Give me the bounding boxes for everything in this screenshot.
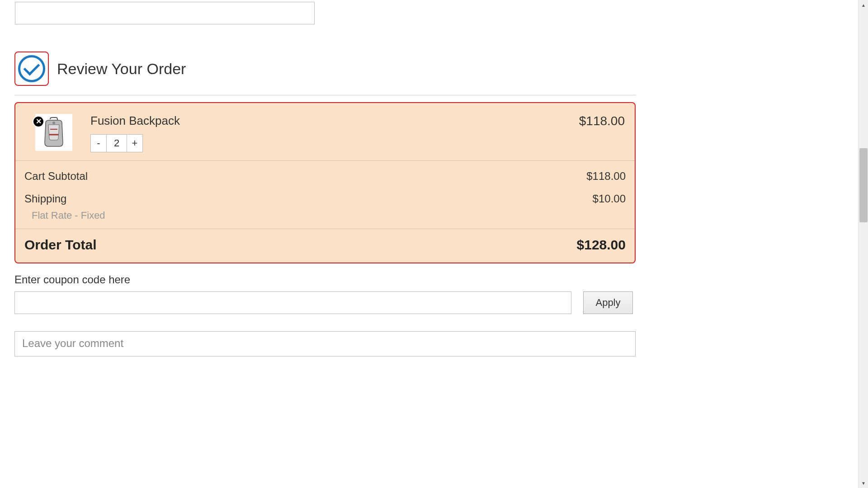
step-complete-icon-highlight bbox=[14, 52, 49, 86]
scroll-thumb[interactable] bbox=[859, 148, 868, 222]
subtotal-value: $118.00 bbox=[586, 170, 626, 183]
item-price: $118.00 bbox=[579, 114, 628, 128]
cart-line-item: ✕ Fusion Backpack - 2 + bbox=[15, 103, 635, 161]
product-name: Fusion Backpack bbox=[90, 114, 180, 128]
coupon-row: Apply bbox=[14, 291, 636, 314]
svg-point-0 bbox=[52, 122, 55, 124]
shipping-label: Shipping bbox=[24, 192, 66, 205]
subtotal-label: Cart Subtotal bbox=[24, 170, 88, 183]
checkmark-icon bbox=[24, 59, 40, 76]
previous-section-input[interactable] bbox=[15, 2, 315, 24]
shipping-value: $10.00 bbox=[593, 192, 626, 205]
order-total-row: Order Total $128.00 bbox=[15, 229, 635, 263]
quantity-stepper: - 2 + bbox=[90, 134, 180, 152]
review-order-header: Review Your Order bbox=[14, 52, 636, 95]
subtotal-row: Cart Subtotal $118.00 bbox=[15, 161, 635, 186]
section-title: Review Your Order bbox=[57, 60, 186, 78]
comment-input[interactable] bbox=[14, 331, 636, 357]
qty-decrement-button[interactable]: - bbox=[90, 134, 107, 152]
shipping-row: Shipping $10.00 bbox=[15, 186, 635, 209]
remove-item-button[interactable]: ✕ bbox=[33, 116, 44, 127]
order-total-value: $128.00 bbox=[577, 237, 626, 253]
qty-increment-button[interactable]: + bbox=[127, 134, 143, 152]
check-circle-icon bbox=[18, 55, 45, 82]
backpack-icon bbox=[40, 117, 67, 148]
close-icon: ✕ bbox=[36, 118, 42, 125]
scroll-down-icon[interactable]: ▼ bbox=[859, 478, 868, 488]
comment-section bbox=[14, 331, 636, 358]
scroll-up-icon[interactable]: ▲ bbox=[859, 0, 868, 10]
shipping-method: Flat Rate - Fixed bbox=[15, 210, 635, 221]
coupon-label: Enter coupon code here bbox=[14, 273, 636, 286]
vertical-scrollbar[interactable]: ▲ ▼ bbox=[858, 0, 868, 488]
coupon-input[interactable] bbox=[14, 291, 571, 314]
shipping-section: Shipping $10.00 Flat Rate - Fixed bbox=[15, 186, 635, 229]
order-total-label: Order Total bbox=[24, 237, 96, 253]
qty-value: 2 bbox=[107, 134, 127, 152]
apply-coupon-button[interactable]: Apply bbox=[583, 291, 633, 314]
coupon-section: Enter coupon code here Apply bbox=[14, 273, 636, 314]
order-summary-panel: ✕ Fusion Backpack - 2 + bbox=[14, 102, 636, 263]
product-details: Fusion Backpack - 2 + bbox=[90, 114, 180, 152]
